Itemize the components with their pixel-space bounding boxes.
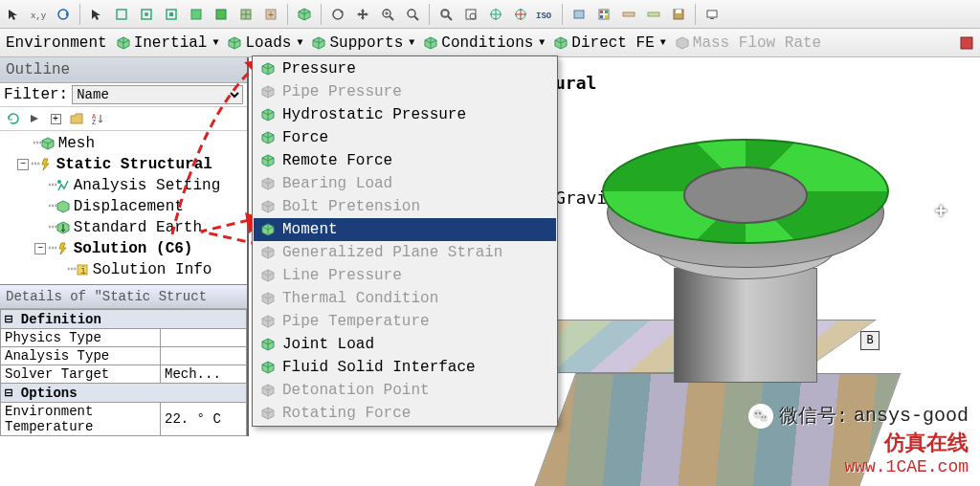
svg-text:x,y,z: x,y,z [31, 11, 46, 20]
tree-static-label: Static Structural [56, 154, 212, 175]
menu-mass-flow-label: Mass Flow Rate [693, 34, 821, 52]
menu-loads[interactable]: Loads▼ [224, 33, 306, 54]
plus-marker: + [935, 201, 947, 225]
save-icon[interactable] [667, 3, 690, 26]
grid-plus-icon[interactable]: + [259, 3, 282, 26]
watermark-line2: 仿真在线 [748, 429, 969, 457]
menu-inertial[interactable]: Inertial▼ [113, 33, 223, 54]
cube-icon [312, 36, 325, 50]
dropdown-item-fluid-solid-interface[interactable]: Fluid Solid Interface [254, 356, 556, 379]
box-select-3-icon[interactable] [160, 3, 183, 26]
menu-environment[interactable]: Environment [2, 33, 111, 54]
details-row: Analysis Type [1, 347, 247, 365]
displacement-icon [56, 199, 71, 214]
collapse-icon[interactable]: − [17, 159, 29, 170]
details-value[interactable] [161, 347, 247, 365]
dropdown-item-bolt-pretension: Bolt Pretension [254, 195, 556, 218]
svg-point-52 [760, 414, 768, 422]
expand-icon[interactable]: + [47, 110, 64, 127]
rotate-icon[interactable] [52, 3, 75, 26]
crosshair-red-icon[interactable] [509, 3, 532, 26]
tree-mesh-label: Mesh [58, 133, 95, 154]
play-icon[interactable] [26, 110, 43, 127]
tree-mesh[interactable]: ⋯Mesh [0, 133, 247, 154]
svg-rect-7 [191, 10, 201, 19]
dropdown-item-label: Bearing Load [282, 175, 392, 192]
menu-supports[interactable]: Supports▼ [308, 33, 418, 54]
loads-dropdown: PressurePipe PressureHydrostatic Pressur… [252, 55, 558, 427]
tree-solution[interactable]: −⋯Solution (C6) [0, 238, 247, 259]
pan-icon[interactable] [351, 3, 374, 26]
sort-icon[interactable]: AZ [89, 110, 106, 127]
menu-conditions[interactable]: Conditions▼ [420, 33, 548, 54]
mesh-icon [40, 136, 56, 151]
cube-expand-icon[interactable] [293, 3, 316, 26]
dropdown-item-line-pressure: Line Pressure [254, 264, 556, 287]
svg-text:+: + [268, 11, 274, 21]
tree-gravity[interactable]: ⋯Standard Earth [0, 217, 247, 238]
separator [695, 4, 696, 25]
dropdown-item-moment[interactable]: Moment [254, 218, 556, 241]
details-value[interactable]: Mech... [161, 365, 247, 384]
grid-select-icon[interactable] [234, 3, 257, 26]
zoom-icon[interactable] [401, 3, 424, 26]
box-fill-1-icon[interactable] [185, 3, 208, 26]
watermark: 微信号: ansys-good 仿真在线 www.1CAE.com [748, 403, 969, 476]
ruler-1-icon[interactable] [617, 3, 640, 26]
details-value[interactable] [161, 329, 247, 347]
view-icon[interactable] [568, 3, 590, 26]
dropdown-item-remote-force[interactable]: Remote Force [254, 149, 556, 172]
dropdown-item-pressure[interactable]: Pressure [254, 57, 556, 80]
menu-direct-fe[interactable]: Direct FE▼ [550, 33, 669, 54]
collapse-icon[interactable]: − [34, 243, 46, 254]
svg-point-56 [765, 416, 767, 418]
box-select-2-icon[interactable] [135, 3, 158, 26]
tree-static[interactable]: −⋯Static Structural [0, 154, 247, 175]
menu-loads-label: Loads [245, 34, 291, 52]
tree-solution-info-label: Solution Info [93, 259, 212, 280]
details-key: Environment Temperature [1, 403, 161, 436]
label-icon[interactable]: x,y,z [27, 3, 50, 26]
menu-conditions-label: Conditions [441, 34, 533, 52]
refresh-icon[interactable] [5, 110, 22, 127]
ruler-2-icon[interactable] [642, 3, 665, 26]
zoom-in-icon[interactable] [376, 3, 399, 26]
screen-icon[interactable] [701, 3, 724, 26]
tree-displacement[interactable]: ⋯Displacement [0, 196, 247, 217]
box-select-1-icon[interactable] [110, 3, 133, 26]
details-value[interactable]: 22. ° C [161, 403, 247, 436]
magnify-icon[interactable] [459, 3, 482, 26]
dropdown-item-rotating-force: Rotating Force [254, 402, 556, 425]
tree-displacement-label: Displacement [74, 196, 184, 217]
zoom-fit-icon[interactable] [434, 3, 457, 26]
pick-cursor-icon[interactable] [85, 3, 108, 26]
svg-text:Z: Z [92, 119, 96, 125]
box-fill-2-icon[interactable] [210, 3, 233, 26]
folder-icon[interactable] [68, 110, 85, 127]
cube-icon [259, 313, 277, 330]
info-icon: i [75, 262, 90, 277]
dropdown-item-joint-load[interactable]: Joint Load [254, 333, 556, 356]
svg-rect-40 [648, 12, 659, 16]
iso-icon[interactable]: ISO [534, 3, 557, 26]
details-row: ⊟ Options [1, 384, 247, 403]
cursor-icon[interactable] [2, 3, 25, 26]
cube-icon [259, 152, 277, 169]
crosshair-icon[interactable] [484, 3, 507, 26]
b-marker: B [860, 331, 880, 350]
cube-icon [259, 359, 277, 376]
dropdown-item-force[interactable]: Force [254, 126, 556, 149]
dropdown-item-hydrostatic-pressure[interactable]: Hydrostatic Pressure [254, 103, 556, 126]
svg-point-55 [762, 416, 764, 418]
palette-icon[interactable] [592, 3, 615, 26]
tree-analysis[interactable]: ⋯Analysis Setting [0, 175, 247, 196]
tree-solution-info[interactable]: ⋯iSolution Info [0, 259, 247, 280]
lightning-icon [38, 157, 54, 172]
details-key: Solver Target [1, 365, 161, 384]
details-category: ⊟ Options [1, 384, 247, 403]
model-ring-hole [683, 166, 808, 224]
rotate-view-icon[interactable] [326, 3, 349, 26]
menu-extra[interactable] [955, 33, 978, 53]
filter-select[interactable]: Name [72, 85, 243, 104]
watermark-url: www.1CAE.com [748, 457, 969, 476]
